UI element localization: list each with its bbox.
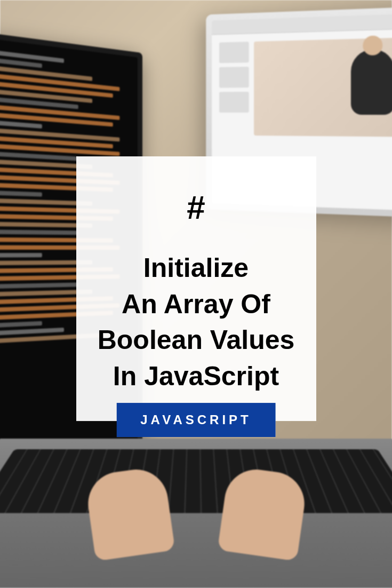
title-line: In JavaScript — [95, 359, 298, 395]
title-card: # Initialize An Array Of Boolean Values … — [76, 156, 316, 421]
article-title: Initialize An Array Of Boolean Values In… — [95, 250, 298, 394]
title-line: Initialize — [95, 250, 298, 286]
hands-typing — [90, 471, 303, 567]
browser-content — [212, 29, 392, 145]
hash-icon: # — [95, 188, 298, 226]
title-line: Boolean Values — [95, 322, 298, 359]
title-line: An Array Of — [95, 287, 298, 323]
category-badge: JAVASCRIPT — [116, 403, 275, 437]
